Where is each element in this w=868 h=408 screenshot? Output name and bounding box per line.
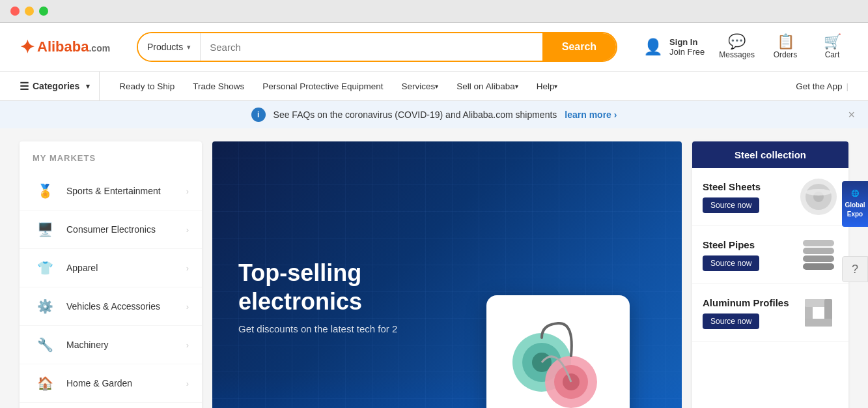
sidebar-label-electronics: Consumer Electronics	[66, 224, 177, 235]
hamburger-icon: ☰	[20, 80, 29, 93]
machinery-icon: 🔧	[33, 332, 57, 357]
nav-ready-to-ship[interactable]: Ready to Ship	[110, 72, 184, 100]
right-panel: Steel collection Steel Sheets Source now…	[692, 141, 848, 408]
steel-pipes-image	[799, 235, 838, 274]
steel-collection-header: Steel collection	[692, 141, 848, 168]
help-badge[interactable]: ?	[842, 256, 868, 282]
window-chrome	[0, 0, 868, 23]
covid-banner: i See FAQs on the coronavirus (COVID-19)…	[0, 101, 868, 128]
user-icon: 👤	[643, 38, 663, 56]
svg-point-9	[805, 189, 832, 196]
svg-rect-12	[803, 263, 834, 270]
sidebar-label-apparel: Apparel	[66, 263, 177, 273]
sidebar-label-home-garden: Home & Garden	[66, 378, 177, 388]
header-actions: 👤 Sign In Join Free 💬 Messages 📋 Orders …	[643, 33, 848, 61]
search-area: Products Search	[137, 32, 617, 62]
nav-services[interactable]: Services	[393, 72, 448, 100]
learn-more-link[interactable]: learn more ›	[565, 109, 617, 120]
messages-icon: 💬	[728, 33, 746, 50]
chevron-right-icon: ›	[186, 225, 189, 235]
header: ✦ Alibaba.com Products Search 👤 Sign In …	[0, 23, 868, 72]
aluminum-profiles-image	[799, 293, 838, 332]
question-mark-icon: ?	[852, 263, 858, 276]
search-button[interactable]: Search	[542, 33, 616, 61]
sign-in-text: Sign In Join Free	[669, 37, 705, 57]
sidebar-label-vehicles: Vehicles & Accessories	[66, 301, 177, 312]
steel-sheets-item: Steel Sheets Source now	[692, 168, 848, 226]
chevron-right-icon: ›	[186, 302, 189, 312]
steel-pipes-item: Steel Pipes Source now	[692, 226, 848, 284]
hero-text: Top-sellingelectronics Get discounts on …	[212, 233, 423, 360]
chevron-right-icon: ›	[186, 263, 189, 273]
chevron-right-icon: ›	[186, 379, 189, 388]
svg-rect-13	[803, 240, 834, 246]
apparel-icon: 👕	[33, 255, 57, 280]
steel-pipes-source-btn[interactable]: Source now	[703, 255, 759, 271]
dot-red[interactable]	[10, 7, 20, 16]
logo-text: Alibaba.com	[37, 38, 110, 55]
sidebar-item-machinery[interactable]: 🔧 Machinery ›	[20, 326, 202, 364]
electronics-icon: 🖥️	[33, 217, 57, 242]
sidebar-item-electronics[interactable]: 🖥️ Consumer Electronics ›	[20, 211, 202, 249]
sidebar-item-vehicles[interactable]: ⚙️ Vehicles & Accessories ›	[20, 287, 202, 326]
hero-banner[interactable]: Top-sellingelectronics Get discounts on …	[212, 141, 682, 408]
aluminum-profiles-info: Aluminum Profiles Source now	[703, 297, 791, 329]
navbar: ☰ Categories ▾ Ready to Ship Trade Shows…	[0, 72, 868, 101]
globe-icon: 🌐	[851, 189, 859, 198]
sidebar-item-sports[interactable]: 🏅 Sports & Entertainment ›	[20, 172, 202, 211]
steel-sheets-source-btn[interactable]: Source now	[703, 197, 759, 213]
products-dropdown[interactable]: Products	[138, 33, 201, 61]
dot-yellow[interactable]	[25, 7, 34, 16]
steel-sheets-image	[799, 177, 838, 216]
steel-sheets-info: Steel Sheets Source now	[703, 181, 791, 213]
dot-green[interactable]	[39, 7, 48, 16]
steel-sheets-name: Steel Sheets	[703, 181, 791, 192]
logo-area[interactable]: ✦ Alibaba.com	[20, 36, 124, 58]
svg-rect-17	[805, 319, 832, 327]
steel-pipes-info: Steel Pipes Source now	[703, 239, 791, 271]
alibaba-icon: ✦	[20, 36, 35, 58]
hero-product-image	[486, 295, 630, 408]
nav-sell[interactable]: Sell on Alibaba	[447, 72, 527, 100]
svg-rect-10	[803, 248, 834, 254]
main-content: MY MARKETS 🏅 Sports & Entertainment › 🖥️…	[0, 128, 868, 408]
aluminum-profiles-name: Aluminum Profiles	[703, 297, 791, 308]
sidebar: MY MARKETS 🏅 Sports & Entertainment › 🖥️…	[20, 141, 202, 408]
search-input[interactable]	[201, 33, 542, 61]
sidebar-item-home-garden[interactable]: 🏠 Home & Garden ›	[20, 364, 202, 403]
vehicles-icon: ⚙️	[33, 294, 57, 319]
aluminum-profiles-item: Aluminum Profiles Source now	[692, 284, 848, 342]
hero-title: Top-sellingelectronics	[238, 259, 397, 315]
chevron-right-icon: ›	[186, 186, 189, 196]
get-app[interactable]: Get the App	[796, 81, 848, 91]
chevron-right-icon: ›	[186, 340, 189, 350]
global-expo-badge[interactable]: 🌐 Global Expo	[842, 181, 868, 227]
categories-menu[interactable]: ☰ Categories ▾	[20, 72, 100, 100]
sports-icon: 🏅	[33, 179, 57, 203]
hero-product	[486, 295, 630, 408]
svg-rect-11	[803, 255, 834, 262]
info-icon: i	[251, 108, 266, 122]
cart-icon: 🛒	[824, 33, 841, 50]
orders-icon: 📋	[777, 33, 794, 50]
sidebar-item-apparel[interactable]: 👕 Apparel ›	[20, 249, 202, 287]
aluminum-profiles-source-btn[interactable]: Source now	[703, 313, 759, 329]
home-garden-icon: 🏠	[33, 371, 57, 396]
sidebar-title: MY MARKETS	[20, 141, 202, 172]
orders-action[interactable]: 📋 Orders	[769, 33, 802, 61]
sidebar-label-machinery: Machinery	[66, 340, 177, 350]
messages-action[interactable]: 💬 Messages	[719, 33, 755, 61]
sign-in-area[interactable]: 👤 Sign In Join Free	[643, 37, 705, 57]
sidebar-label-sports: Sports & Entertainment	[66, 186, 177, 196]
nav-trade-shows[interactable]: Trade Shows	[184, 72, 253, 100]
steel-pipes-name: Steel Pipes	[703, 239, 791, 250]
hero-subtitle: Get discounts on the latest tech for 2	[238, 323, 397, 334]
nav-ppe[interactable]: Personal Protective Equipment	[253, 72, 392, 100]
sidebar-item-beauty[interactable]: 🍎 Beauty & Personal Care ›	[20, 403, 202, 408]
close-banner-button[interactable]: ×	[848, 108, 855, 122]
nav-help[interactable]: Help	[527, 72, 567, 100]
cart-action[interactable]: 🛒 Cart	[816, 33, 848, 61]
